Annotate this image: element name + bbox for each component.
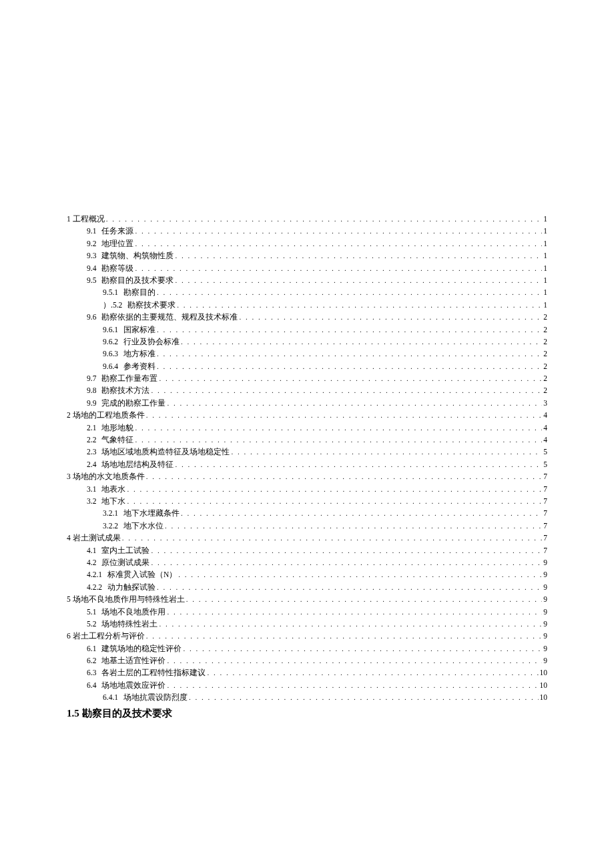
toc-dots-leader: . . . . . . . . . . . . . . . . . . . . … <box>159 374 542 384</box>
toc-entry-number: 2.2 <box>87 434 96 445</box>
toc-dots-leader: . . . . . . . . . . . . . . . . . . . . … <box>106 214 543 224</box>
toc-entry-number: 5.2 <box>87 618 96 629</box>
toc-entry-title: 场地区域地质构造特征及场地稳定性 <box>101 446 230 457</box>
toc-entry-page: 1 <box>543 300 547 310</box>
toc-entry-label: 5 场地不良地质作用与特殊性岩土 <box>67 594 185 604</box>
toc-dots-leader: . . . . . . . . . . . . . . . . . . . . … <box>157 582 542 592</box>
toc-entry-title: 行业及协会标准 <box>123 336 180 347</box>
toc-entry-page: 1 <box>543 213 547 224</box>
toc-entry-number: 4.2 <box>87 557 96 568</box>
toc-entry-title: 各岩土层的工程特性指标建议 <box>101 667 206 678</box>
toc-entry-title: 场地地层结构及特征 <box>101 459 174 470</box>
toc-entry-label: 1 工程概况 <box>67 213 105 224</box>
toc-entry: 9.8勘察技术方法 . . . . . . . . . . . . . . . … <box>67 385 547 396</box>
toc-entry-number: ）.5.2 <box>103 300 122 310</box>
toc-entry-title: 建筑场地的稳定性评价 <box>101 643 182 654</box>
toc-entry-number: 6.4 <box>87 680 96 691</box>
toc-entry-page: 1 <box>543 287 547 298</box>
toc-entry-number: 9.4 <box>87 263 96 274</box>
toc-entry-number: 3.2.2 <box>103 520 118 531</box>
toc-entry-number: 6.1 <box>87 643 96 654</box>
toc-entry-number: 9.5.1 <box>103 287 118 298</box>
toc-entry-page: 7 <box>543 520 547 531</box>
toc-dots-leader: . . . . . . . . . . . . . . . . . . . . … <box>127 496 542 506</box>
toc-entry-number: 2.3 <box>87 446 96 457</box>
toc-entry-title: 勘察技术方法 <box>101 385 149 396</box>
toc-entry-title: 任务来源 <box>101 226 133 236</box>
toc-entry-number: 2.4 <box>87 459 96 470</box>
toc-entry: 9.5.1勘察目的 . . . . . . . . . . . . . . . … <box>67 287 547 298</box>
toc-entry-page: 9 <box>543 618 547 629</box>
toc-dots-leader: . . . . . . . . . . . . . . . . . . . . … <box>159 619 542 629</box>
toc-entry: 2.2气象特征 . . . . . . . . . . . . . . . . … <box>67 434 547 445</box>
toc-entry-title: 室内土工试验 <box>101 545 149 556</box>
toc-dots-leader: . . . . . . . . . . . . . . . . . . . . … <box>146 472 543 482</box>
toc-entry-number: 9.6.1 <box>103 324 118 335</box>
toc-entry-title: 勘察依据的主要规范、规程及技术标准 <box>101 312 238 322</box>
toc-entry-number: 9.8 <box>87 385 96 396</box>
toc-dots-leader: . . . . . . . . . . . . . . . . . . . . … <box>175 460 542 470</box>
toc-entry-title: 动力触探试验 <box>107 582 156 592</box>
toc-entry-number: 4.2.2 <box>87 582 102 592</box>
toc-dots-leader: . . . . . . . . . . . . . . . . . . . . … <box>175 251 542 261</box>
toc-entry-page: 7 <box>543 496 547 506</box>
toc-entry-number: 6.3 <box>87 667 96 678</box>
toc-entry-page: 4 <box>543 434 547 445</box>
toc-entry-title: 地下水 <box>101 496 125 506</box>
toc-entry-page: 2 <box>543 373 547 384</box>
toc-dots-leader: . . . . . . . . . . . . . . . . . . . . … <box>181 508 542 518</box>
toc-entry-page: 2 <box>543 385 547 396</box>
toc-dots-leader: . . . . . . . . . . . . . . . . . . . . … <box>167 681 538 691</box>
toc-entry-page: 9 <box>543 594 547 604</box>
toc-entry-title: 地下水水位 <box>123 520 164 531</box>
toc-entry: 9.2地理位置 . . . . . . . . . . . . . . . . … <box>67 238 547 249</box>
toc-dots-leader: . . . . . . . . . . . . . . . . . . . . … <box>127 484 542 494</box>
toc-entry: 1 工程概况 . . . . . . . . . . . . . . . . .… <box>67 213 547 224</box>
toc-entry: 3.1地表水 . . . . . . . . . . . . . . . . .… <box>67 484 547 494</box>
toc-entry-page: 2 <box>543 336 547 347</box>
toc-entry: 3.2地下水 . . . . . . . . . . . . . . . . .… <box>67 496 547 506</box>
toc-entry: 6 岩土工程分析与评价 . . . . . . . . . . . . . . … <box>67 630 547 641</box>
toc-entry-title: 完成的勘察工作量 <box>101 398 166 408</box>
toc-entry-page: 2 <box>543 324 547 335</box>
toc-entry-page: 2 <box>543 361 547 372</box>
toc-entry-page: 9 <box>543 582 547 592</box>
toc-entry: 3.2.1地下水埋藏条件 . . . . . . . . . . . . . .… <box>67 508 547 518</box>
toc-dots-leader: . . . . . . . . . . . . . . . . . . . . … <box>135 239 542 249</box>
toc-entry: 4.2.1标准贯入试验（N） . . . . . . . . . . . . .… <box>67 569 547 580</box>
toc-entry-number: 9.6.2 <box>103 336 118 347</box>
toc-dots-leader: . . . . . . . . . . . . . . . . . . . . … <box>157 362 542 372</box>
toc-entry-number: 4.1 <box>87 545 96 556</box>
toc-entry-title: 地表水 <box>101 484 125 494</box>
toc-entry-page: 3 <box>543 398 547 408</box>
toc-entry: 9.6.3地方标准 . . . . . . . . . . . . . . . … <box>67 348 547 359</box>
toc-entry-label: 4 岩土测试成果 <box>67 532 121 543</box>
toc-entry-title: 场地抗震设防烈度 <box>123 692 188 703</box>
toc-dots-leader: . . . . . . . . . . . . . . . . . . . . … <box>231 447 542 457</box>
toc-entry-page: 4 <box>543 410 547 420</box>
toc-entry: 6.1建筑场地的稳定性评价 . . . . . . . . . . . . . … <box>67 643 547 654</box>
toc-entry-page: 4 <box>543 422 547 433</box>
toc-entry-title: 气象特征 <box>101 434 133 445</box>
toc-entry-page: 7 <box>543 484 547 494</box>
toc-entry: 5.1场地不良地质作用 . . . . . . . . . . . . . . … <box>67 606 547 617</box>
toc-entry-label: 2 场地的工程地质条件 <box>67 410 145 420</box>
toc-entry-number: 9.1 <box>87 226 96 236</box>
toc-entry-page: 10 <box>540 680 548 691</box>
toc-dots-leader: . . . . . . . . . . . . . . . . . . . . … <box>189 693 539 703</box>
toc-entry-title: 原位测试成果 <box>101 557 149 568</box>
toc-dots-leader: . . . . . . . . . . . . . . . . . . . . … <box>151 546 542 556</box>
toc-entry: 2 场地的工程地质条件 . . . . . . . . . . . . . . … <box>67 410 547 420</box>
toc-entry-page: 10 <box>540 667 548 678</box>
toc-entry: 2.1地形地貌 . . . . . . . . . . . . . . . . … <box>67 422 547 433</box>
toc-entry: 2.4场地地层结构及特征 . . . . . . . . . . . . . .… <box>67 459 547 470</box>
toc-entry-page: 10 <box>540 692 548 703</box>
toc-entry-title: 地形地貌 <box>101 422 133 433</box>
toc-entry-title: 国家标准 <box>123 324 156 335</box>
toc-entry-page: 1 <box>543 250 547 261</box>
toc-entry-number: 9.6.3 <box>103 348 118 359</box>
toc-entry-page: 9 <box>543 655 547 666</box>
toc-entry-page: 1 <box>543 275 547 286</box>
toc-entry-number: 3.1 <box>87 484 96 494</box>
toc-dots-leader: . . . . . . . . . . . . . . . . . . . . … <box>157 325 542 335</box>
